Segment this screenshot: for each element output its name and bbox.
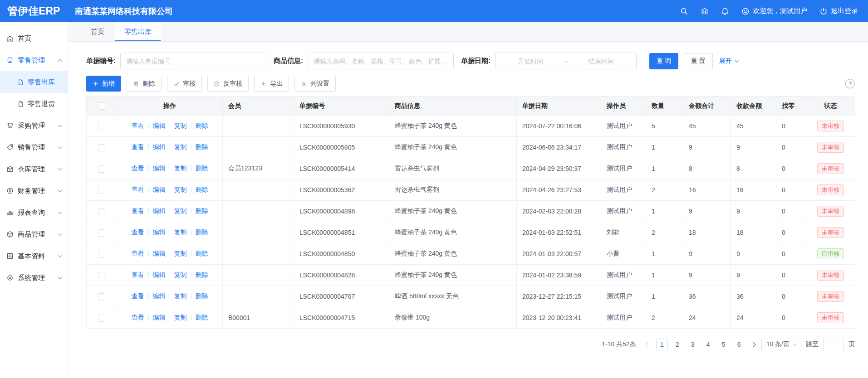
page-button-4[interactable]: 4 [702,339,714,350]
page-button-5[interactable]: 5 [718,339,730,350]
row-checkbox[interactable] [98,251,105,258]
end-date-input[interactable] [569,58,633,65]
sidebar-item-warehouse[interactable]: 仓库管理 [0,158,68,180]
logout-button[interactable]: 退出登录 [819,7,858,15]
help-icon[interactable]: ? [845,79,855,88]
row-action-copy[interactable]: 复制 [174,165,187,172]
sidebar-item-home[interactable]: 首页 [0,28,68,49]
add-button[interactable]: 新增 [86,76,121,92]
row-action-edit[interactable]: 编辑 [153,250,166,257]
row-action-view[interactable]: 查看 [132,228,144,236]
select-all-checkbox[interactable] [98,102,105,110]
row-checkbox[interactable] [98,272,105,279]
row-checkbox[interactable] [98,293,105,300]
tab-home[interactable]: 首页 [82,22,113,41]
search-icon[interactable] [680,7,688,15]
row-action-view[interactable]: 查看 [132,165,144,172]
row-action-delete[interactable]: 删除 [196,165,208,172]
row-action-copy[interactable]: 复制 [174,122,187,129]
jump-page-input[interactable] [823,338,844,351]
sidebar-item-retail-return[interactable]: 零售退货 [0,93,68,115]
sidebar-item-report[interactable]: 报表查询 [0,202,68,223]
page-size-select[interactable]: 10 条/页 [761,338,801,351]
search-button[interactable]: 查 询 [649,53,678,69]
sidebar-item-finance[interactable]: 财务管理 [0,180,68,202]
row-action-delete[interactable]: 删除 [196,186,208,193]
sidebar-item-goods[interactable]: 商品管理 [0,223,68,245]
row-action-copy[interactable]: 复制 [174,271,187,278]
tab-retail-outbound[interactable]: 零售出库 [115,22,161,41]
row-checkbox[interactable] [98,165,105,173]
row-action-delete[interactable]: 删除 [196,207,208,214]
column-header: 单据日期 [517,97,601,116]
sidebar-item-retail[interactable]: 零售管理 [0,49,68,71]
unaudit-button[interactable]: 反审核 [207,76,249,92]
row-action-edit[interactable]: 编辑 [153,165,166,172]
row-action-view[interactable]: 查看 [132,271,144,278]
row-action-view[interactable]: 查看 [132,314,144,321]
row-action-view[interactable]: 查看 [132,122,144,129]
row-action-copy[interactable]: 复制 [174,250,187,257]
cell-qty: 1 [646,158,683,179]
audit-button[interactable]: 审核 [167,76,202,92]
page-button-6[interactable]: 6 [733,339,745,350]
export-button[interactable]: 导出 [254,76,289,92]
row-checkbox[interactable] [98,208,105,215]
user-welcome[interactable]: 欢迎您，测试用户 [741,7,807,15]
row-action-delete[interactable]: 删除 [196,228,208,236]
row-action-copy[interactable]: 复制 [174,292,187,300]
row-checkbox[interactable] [98,187,105,194]
page-button-1[interactable]: 1 [656,339,668,350]
sidebar-item-basedata[interactable]: 基本资料 [0,245,68,267]
cell-member [223,243,294,265]
start-date-input[interactable] [499,58,562,65]
organization-icon[interactable] [701,7,709,15]
delete-button[interactable]: 删除 [127,76,162,92]
row-action-view[interactable]: 查看 [132,292,144,300]
sidebar-item-system[interactable]: 系统管理 [0,267,68,289]
row-action-copy[interactable]: 复制 [174,314,187,321]
row-action-edit[interactable]: 编辑 [153,292,166,300]
chevron-down-icon [58,253,63,257]
row-action-copy[interactable]: 复制 [174,207,187,214]
date-range-picker[interactable]: ~ [495,53,637,69]
notification-bell-icon[interactable] [721,7,729,15]
page-button-2[interactable]: 2 [672,339,683,350]
row-action-view[interactable]: 查看 [132,207,144,214]
row-action-delete[interactable]: 删除 [196,314,208,321]
row-checkbox[interactable] [98,229,105,237]
row-action-view[interactable]: 查看 [132,186,144,193]
row-checkbox[interactable] [98,144,105,151]
row-action-edit[interactable]: 编辑 [153,228,166,236]
row-action-view[interactable]: 查看 [132,250,144,257]
row-action-delete[interactable]: 删除 [196,250,208,257]
row-action-copy[interactable]: 复制 [174,186,187,193]
sidebar-item-purchase[interactable]: 采购管理 [0,115,68,136]
row-action-copy[interactable]: 复制 [174,228,187,236]
prev-page-button[interactable] [644,343,652,346]
row-action-edit[interactable]: 编辑 [153,186,166,193]
sidebar-item-sales[interactable]: 销售管理 [0,136,68,158]
sidebar-item-retail-outbound[interactable]: 零售出库 [0,71,68,93]
row-action-delete[interactable]: 删除 [196,143,208,150]
row-action-edit[interactable]: 编辑 [153,122,166,129]
row-action-delete[interactable]: 删除 [196,122,208,129]
expand-link[interactable]: 展开 [719,57,738,65]
page-button-3[interactable]: 3 [687,339,699,350]
column-settings-button[interactable]: 列设置 [294,76,336,92]
row-action-delete[interactable]: 删除 [196,271,208,278]
reset-button[interactable]: 重 置 [684,53,713,69]
row-checkbox[interactable] [98,315,105,322]
bill-no-input[interactable] [120,53,266,69]
action-divider [191,165,191,171]
row-action-copy[interactable]: 复制 [174,143,187,150]
row-checkbox[interactable] [98,123,105,130]
row-action-edit[interactable]: 编辑 [153,207,166,214]
row-action-edit[interactable]: 编辑 [153,271,166,278]
product-info-input[interactable] [308,53,454,69]
row-action-delete[interactable]: 删除 [196,292,208,300]
row-action-edit[interactable]: 编辑 [153,314,166,321]
row-action-view[interactable]: 查看 [132,143,144,150]
row-action-edit[interactable]: 编辑 [153,143,166,150]
next-page-button[interactable] [750,343,757,346]
